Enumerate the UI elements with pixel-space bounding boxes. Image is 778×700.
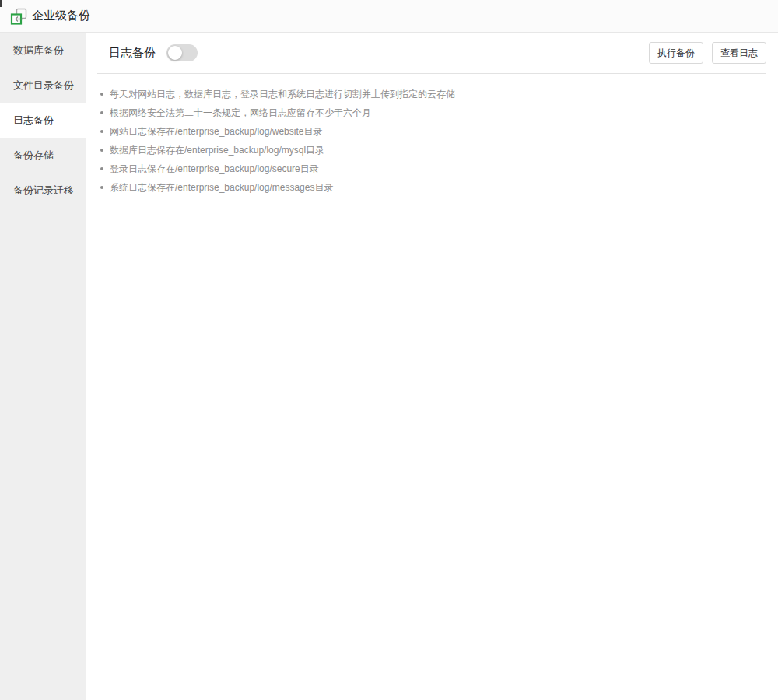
screenshot-corner-artifact — [0, 0, 2, 7]
note-item-secure-log-path: 登录日志保存在/enterprise_backup/log/secure目录 — [97, 159, 766, 178]
view-log-button[interactable]: 查看日志 — [712, 42, 766, 64]
log-backup-toggle[interactable] — [166, 44, 198, 61]
note-item-schedule: 每天对网站日志，数据库日志，登录日志和系统日志进行切割并上传到指定的云存储 — [97, 85, 766, 103]
backup-icon — [10, 8, 27, 25]
note-item-messages-log-path: 系统日志保存在/enterprise_backup/log/messages目录 — [97, 178, 766, 197]
sidebar-item-file-directory-backup[interactable]: 文件目录备份 — [0, 68, 86, 103]
action-buttons: 执行备份 查看日志 — [649, 42, 766, 64]
run-backup-button[interactable]: 执行备份 — [649, 42, 703, 64]
note-item-website-log-path: 网站日志保存在/enterprise_backup/log/website目录 — [97, 122, 766, 141]
sidebar-item-log-backup[interactable]: 日志备份 — [0, 103, 86, 138]
log-backup-header-row: 日志备份 执行备份 查看日志 — [97, 33, 766, 74]
sidebar-item-database-backup[interactable]: 数据库备份 — [0, 33, 86, 68]
app-header: 企业级备份 — [0, 0, 778, 33]
section-title: 日志备份 — [109, 46, 156, 61]
app-title: 企业级备份 — [32, 9, 90, 23]
note-item-mysql-log-path: 数据库日志保存在/enterprise_backup/log/mysql目录 — [97, 141, 766, 159]
sidebar: 数据库备份 文件目录备份 日志备份 备份存储 备份记录迁移 — [0, 33, 86, 700]
note-item-regulation: 根据网络安全法第二十一条规定，网络日志应留存不少于六个月 — [97, 103, 766, 122]
toggle-knob — [168, 46, 182, 60]
main-content: 日志备份 执行备份 查看日志 每天对网站日志，数据库日志，登录日志和系统日志进行… — [86, 33, 778, 700]
notes-list: 每天对网站日志，数据库日志，登录日志和系统日志进行切割并上传到指定的云存储 根据… — [97, 85, 766, 197]
sidebar-item-backup-storage[interactable]: 备份存储 — [0, 138, 86, 173]
sidebar-item-backup-record-migration[interactable]: 备份记录迁移 — [0, 173, 86, 208]
